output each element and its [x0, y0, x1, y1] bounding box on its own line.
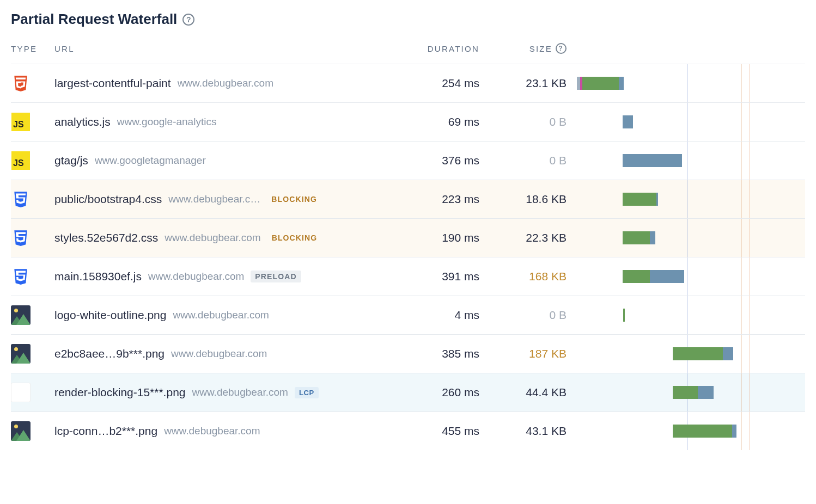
url-cell: logo-white-outline.pngwww.debugbear.com: [54, 309, 360, 322]
duration-cell: 254 ms: [360, 77, 479, 90]
url-cell: main.158930ef.jswww.debugbear.comPRELOAD: [54, 270, 360, 283]
bar-segment-blue: [650, 270, 684, 283]
waterfall-table: TYPE URL DURATION SIZE ? largest-content…: [11, 43, 805, 450]
duration-cell: 391 ms: [360, 270, 479, 283]
hdr-url: URL: [54, 44, 360, 53]
waterfall-cell: [567, 103, 805, 141]
size-cell: 0 B: [479, 154, 567, 167]
timeline-marker: [741, 180, 742, 218]
badge-lcp: LCP: [295, 387, 319, 398]
waterfall-cell: [567, 296, 805, 334]
bar-segment-blue: [732, 425, 736, 438]
hdr-duration: DURATION: [360, 44, 479, 53]
table-row[interactable]: lcp-conn…b2***.pngwww.debugbear.com455 m…: [11, 411, 805, 450]
timeline-marker: [687, 64, 688, 102]
hdr-type: TYPE: [11, 44, 54, 53]
timeline-marker: [749, 296, 750, 334]
bar-segment-blue: [623, 154, 682, 167]
duration-cell: 190 ms: [360, 231, 479, 244]
duration-cell: 260 ms: [360, 386, 479, 399]
table-row[interactable]: render-blocking-15***.pngwww.debugbear.c…: [11, 373, 805, 411]
size-help-icon[interactable]: ?: [556, 43, 567, 54]
waterfall-bar: [623, 115, 633, 128]
duration-cell: 455 ms: [360, 425, 479, 438]
waterfall-cell: [567, 219, 805, 257]
url-cell: largest-contentful-paintwww.debugbear.co…: [54, 77, 360, 90]
url-path: render-blocking-15***.png: [54, 386, 186, 399]
url-path: lcp-conn…b2***.png: [54, 425, 157, 438]
url-cell: lcp-conn…b2***.pngwww.debugbear.com: [54, 425, 360, 438]
badge-preload: PRELOAD: [251, 271, 301, 282]
table-row[interactable]: public/bootstrap4.csswww.debugbear.c…BLO…: [11, 180, 805, 218]
bar-segment-blue: [723, 347, 733, 360]
table-row[interactable]: styles.52e567d2.csswww.debugbear.comBLOC…: [11, 218, 805, 257]
timeline-marker: [687, 219, 688, 257]
url-path: logo-white-outline.png: [54, 309, 166, 322]
url-path: styles.52e567d2.css: [54, 231, 158, 244]
timeline-marker: [741, 64, 742, 102]
timeline-marker: [749, 180, 750, 218]
table-row[interactable]: e2bc8aee…9b***.pngwww.debugbear.com385 m…: [11, 334, 805, 373]
url-path: public/bootstrap4.css: [54, 193, 162, 206]
size-cell: 23.1 KB: [479, 77, 567, 90]
bar-segment-blue: [698, 386, 714, 399]
timeline-marker: [741, 412, 742, 450]
url-path: gtag/js: [54, 154, 88, 167]
waterfall-cell: [567, 373, 805, 411]
timeline-marker: [749, 219, 750, 257]
timeline-marker: [749, 412, 750, 450]
table-row[interactable]: logo-white-outline.pngwww.debugbear.com4…: [11, 296, 805, 334]
bar-segment-blue: [656, 193, 658, 206]
table-row[interactable]: JSanalytics.jswww.google-analytics69 ms0…: [11, 102, 805, 141]
table-row[interactable]: largest-contentful-paintwww.debugbear.co…: [11, 64, 805, 102]
bar-segment-blue: [623, 115, 633, 128]
timeline-marker: [749, 373, 750, 411]
bar-segment-green: [582, 77, 619, 90]
table-row[interactable]: main.158930ef.jswww.debugbear.comPRELOAD…: [11, 257, 805, 296]
bar-segment-green: [623, 193, 656, 206]
waterfall-bar: [623, 309, 625, 322]
url-host: www.debugbear.com: [171, 348, 267, 360]
url-host: www.debugbear.com: [173, 309, 269, 321]
title-row: Partial Request Waterfall ?: [11, 11, 805, 28]
page-title: Partial Request Waterfall: [11, 11, 177, 28]
img-white-icon: [11, 383, 54, 402]
waterfall-cell: [567, 64, 805, 102]
badge-blocking: BLOCKING: [267, 232, 322, 244]
size-cell: 43.1 KB: [479, 425, 567, 438]
size-cell: 187 KB: [479, 347, 567, 360]
timeline-marker: [741, 103, 742, 141]
size-cell: 0 B: [479, 115, 567, 128]
help-icon[interactable]: ?: [182, 14, 194, 26]
duration-cell: 4 ms: [360, 309, 479, 322]
waterfall-bar: [623, 231, 655, 244]
timeline-marker: [741, 257, 742, 296]
waterfall-cell: [567, 142, 805, 180]
timeline-marker: [687, 103, 688, 141]
size-cell: 18.6 KB: [479, 193, 567, 206]
size-cell: 168 KB: [479, 270, 567, 283]
size-cell: 22.3 KB: [479, 231, 567, 244]
js-icon: JS: [11, 151, 54, 170]
timeline-marker: [749, 103, 750, 141]
table-row[interactable]: JSgtag/jswww.googletagmanager376 ms0 B: [11, 141, 805, 180]
timeline-marker: [741, 219, 742, 257]
html-icon: [11, 73, 54, 93]
url-cell: analytics.jswww.google-analytics: [54, 115, 360, 128]
timeline-marker: [749, 335, 750, 373]
timeline-marker: [687, 142, 688, 180]
waterfall-bar: [673, 386, 714, 399]
waterfall-cell: [567, 257, 805, 296]
timeline-marker: [687, 296, 688, 334]
table-header: TYPE URL DURATION SIZE ?: [11, 43, 805, 64]
waterfall-bar: [673, 425, 736, 438]
bar-segment-blue: [650, 231, 655, 244]
js-icon: JS: [11, 112, 54, 132]
url-path: e2bc8aee…9b***.png: [54, 347, 165, 360]
timeline-marker: [687, 180, 688, 218]
bar-segment-green: [623, 231, 650, 244]
waterfall-bar: [623, 270, 684, 283]
url-host: www.google-analytics: [117, 116, 217, 128]
css-icon: [11, 228, 54, 248]
img-icon: [11, 344, 54, 364]
